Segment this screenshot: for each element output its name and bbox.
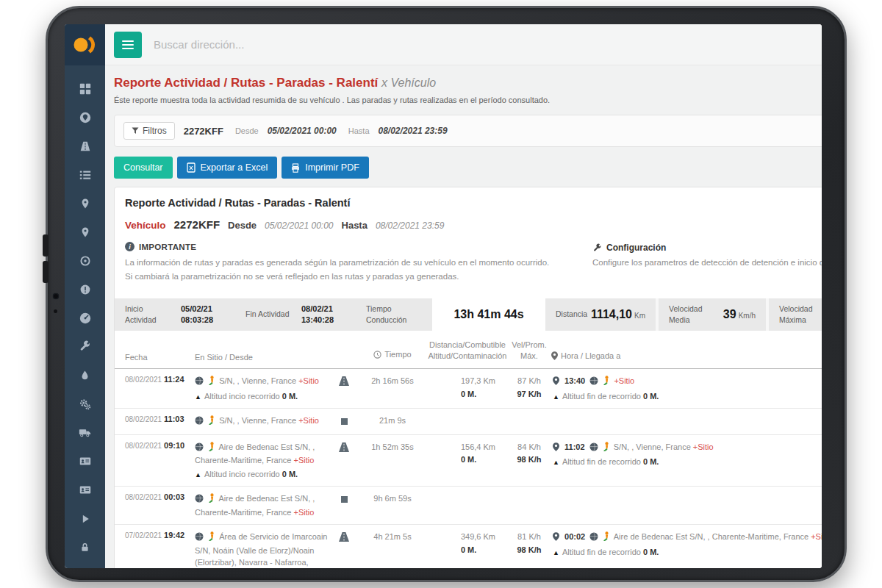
gauge-icon[interactable] [65,304,105,332]
altitude-icon: ▲ [553,549,559,556]
dashboard-icon[interactable] [65,74,105,103]
hasta-value: 08/02/2021 23:59 [376,220,444,231]
row-status [331,375,357,387]
print-pdf-button[interactable]: Imprimir PDF [282,157,369,179]
altitude-icon: ▲ [553,459,559,466]
vehicle-plate: 2272KFF [174,218,220,231]
pegman-icon [602,531,610,545]
tablet-sensor [54,309,57,313]
col-sitio: En Sitio / Desde [195,353,331,362]
pegman-icon [207,493,215,506]
row-distance: 197,3 Km 0 M. [428,375,507,401]
row-site: Aire de Bedenac Est S/N, , Charente-Mari… [195,441,331,480]
map-pin-icon[interactable] [65,189,105,218]
export-excel-button[interactable]: Exportar a Excel [177,157,278,179]
cogs-icon[interactable] [65,390,105,418]
altitude-end: ▲Altitud fin de recorrido 0 M. [553,456,822,467]
distancia-label: Distancia [556,309,587,319]
altitude-start: ▲Altitud incio recorrido 0 M. [195,391,331,402]
pin-icon [553,376,559,389]
pegman-icon [602,442,610,455]
page-title-suffix: x Vehículo [381,76,436,89]
importante-label: IMPORTANTE [139,243,196,251]
importante-text-2: Si cambiará la parametrización no se ver… [125,270,592,283]
report-vehicle-line: Vehículo 2272KFF Desde 05/02/2021 00:00 … [115,209,822,231]
menu-button[interactable] [114,32,142,58]
config-link[interactable]: Configuración [606,243,666,253]
road-icon[interactable] [65,132,105,160]
filters-bar: Filtros 2272KFF Desde 05/02/2021 00:00 H… [114,115,822,147]
sitio-link[interactable]: +Sitio [811,532,822,541]
app-screen: Reporte Actividad / Rutas - Paradas - Ra… [65,24,822,568]
page-header: Reporte Actividad / Rutas - Paradas - Ra… [105,65,822,107]
row-duration: 4h 21m 5s [357,531,428,541]
target-icon[interactable] [65,246,105,275]
id-card-icon[interactable] [65,447,105,476]
table-body: 08/02/202111:24 S/N, , Vienne, France +S… [115,369,822,568]
filters-button[interactable]: Filtros [123,122,175,140]
row-arrival: 11:02 S/N, , Vienne, France +Sitio ▲Alti… [551,441,822,468]
tablet-frame: Reporte Actividad / Rutas - Paradas - Ra… [46,6,847,582]
row-duration: 9h 6m 59s [357,492,428,503]
col-distancia: Distancia/Combutible Altitud/Contaminaci… [428,340,507,362]
row-fecha: 08/02/202111:24 [125,375,195,384]
tablet-volume-button [43,234,49,257]
list-icon[interactable] [65,160,105,189]
tiempo-conduccion-label: Tiempo Conducción [366,304,419,324]
play-icon[interactable] [65,504,105,533]
app-logo[interactable] [65,24,105,65]
pin-icon [553,532,559,545]
print-icon [291,163,300,173]
screenshot-stage: Reporte Actividad / Rutas - Paradas - Ra… [0,0,882,588]
excel-icon [187,162,196,173]
row-distance [428,415,507,428]
globe-icon [195,494,204,506]
globe-marker-icon[interactable] [65,103,105,132]
tablet-camera [53,293,59,299]
funnel-icon [132,127,139,135]
alert-icon[interactable] [65,275,105,304]
summary-bar: Inicio Actividad 05/02/21 08:03:28 Fin A… [115,298,822,331]
hamburger-icon [122,38,134,51]
sitio-link[interactable]: +Sitio [298,416,319,425]
report-title: Reporte Actividad / Rutas - Paradas - Ra… [115,197,822,209]
globe-icon [195,532,204,545]
pegman-icon [602,376,610,389]
clock-icon [373,351,381,359]
globe-icon [589,376,598,389]
table-row: 08/02/202100:03 Aire de Bedenac Est S/N,… [115,487,822,525]
lock-icon[interactable] [65,533,105,562]
summary-driving-time: 13h 41m 44s [432,298,545,331]
truck-icon[interactable] [65,418,105,447]
table-row: 08/02/202109:10 Aire de Bedenac Est S/N,… [115,435,822,487]
id-card-alt-icon[interactable] [65,476,105,504]
importante-block: i IMPORTANTE La información de rutas y p… [125,242,592,284]
altitude-end: ▲Altitud fin de recorrido 0 M. [553,547,822,558]
consultar-button[interactable]: Consultar [114,157,173,179]
desde-label: Desde [228,220,257,231]
row-site: Área de Servicio de Imarcoain S/N, Noáin… [195,531,331,568]
sitio-link[interactable]: +Sitio [298,376,319,385]
col-velocidad: Vel/Prom. Máx. [507,340,551,362]
sitio-link[interactable]: +Sitio [614,376,634,385]
sitio-link[interactable]: +Sitio [294,456,315,465]
table-header: Fecha En Sitio / Desde Tiempo Distancia/… [115,331,822,370]
pegman-icon [207,442,215,455]
wrench-icon[interactable] [65,332,105,361]
sitio-link[interactable]: +Sitio [693,442,714,451]
col-hora: Hora / Llegada a [551,351,822,362]
sitio-link[interactable]: +Sitio [294,508,315,517]
altitude-end: ▲Altitud fin de recorrido 0 M. [553,391,822,402]
map-pin-alt-icon[interactable] [65,218,105,246]
summary-distance: Distancia 1114,10Km [545,298,656,331]
pin-icon [551,351,558,360]
main-area: Reporte Actividad / Rutas - Paradas - Ra… [105,24,822,568]
importante-text-1: La información de rutas y paradas es gen… [125,257,592,269]
filter-hasta-label: Hasta [348,126,370,135]
fuel-drop-icon[interactable] [65,361,105,390]
route-road-icon [339,532,349,543]
search-input[interactable] [154,38,389,51]
altitude-icon: ▲ [553,393,559,401]
config-block: Configuración Configure los parametros d… [592,242,822,284]
inicio-label: Inicio Actividad [125,304,169,324]
